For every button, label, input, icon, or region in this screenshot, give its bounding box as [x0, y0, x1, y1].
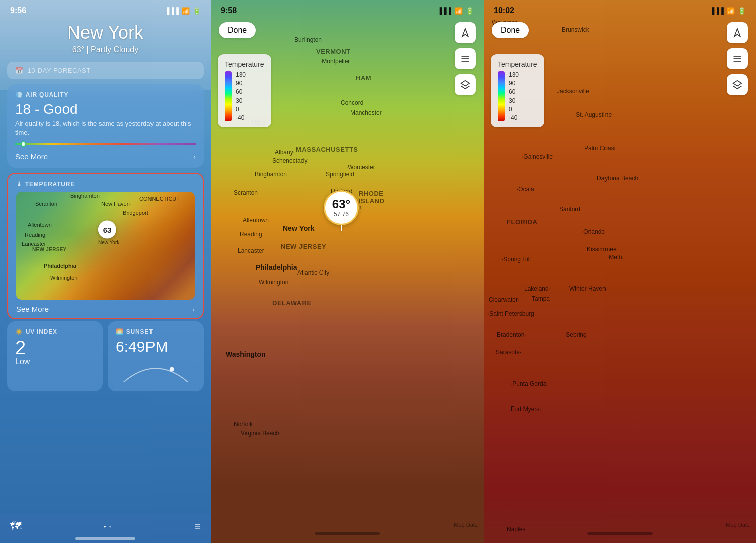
battery-icon: 🔋	[193, 7, 201, 15]
city-name: New York	[10, 22, 201, 43]
place-tampa: Tampa	[532, 295, 550, 302]
place-reading: Reading	[240, 231, 262, 238]
place-gainesville: ·Gainesville	[522, 153, 553, 160]
map3-wifi-icon: 📶	[727, 7, 735, 15]
aqi-bar-indicator	[21, 141, 26, 147]
map3-status-bar: 10:02 ▐▐▐ 📶 🔋	[484, 0, 756, 17]
layers-button[interactable]	[455, 74, 476, 95]
map3-time: 10:02	[494, 6, 514, 15]
legend-val-30: 30	[236, 97, 246, 104]
place-naples: Naples	[507, 526, 525, 533]
ny-temp-circle: 63	[98, 221, 116, 239]
done-button[interactable]: Done	[219, 22, 256, 38]
place-ocala: ·Ocala	[517, 186, 534, 193]
legend-val-60: 60	[236, 88, 246, 95]
map2-time: 9:58	[221, 6, 237, 15]
place-clearwater: Clearwater·	[489, 296, 519, 303]
map2-wifi-icon: 📶	[455, 7, 463, 15]
air-quality-value: 18 - Good	[15, 101, 196, 117]
nyc-temp-bubble: 63° 57 76	[324, 190, 359, 225]
location-button[interactable]	[455, 22, 476, 43]
home-indicator	[315, 532, 380, 535]
map3-battery-icon: 🔋	[738, 7, 746, 15]
place-ham: HAM	[356, 74, 371, 82]
place-springhill: ·Spring Hill	[502, 256, 531, 263]
place-montpelier: ·Montpelier	[320, 58, 350, 65]
chevron-right-icon: ›	[193, 153, 196, 161]
air-quality-desc: Air quality is 18, which is the same as …	[15, 119, 196, 138]
legend-val-130: 130	[236, 71, 246, 78]
temp-chevron-icon: ›	[192, 305, 195, 313]
sunset-title: 🌅 SUNSET	[116, 328, 196, 335]
place-wilmington: Wilmington	[259, 279, 288, 286]
map-label-lancaster: ·Lancaster	[20, 241, 46, 247]
nyc-pin-tail	[341, 225, 342, 231]
list-view-button[interactable]	[455, 48, 476, 69]
done-button-3[interactable]: Done	[492, 22, 529, 38]
legend-labels-3: 130 90 60 30 0 -40	[509, 71, 519, 121]
uv-label: Low	[15, 357, 95, 366]
map2-bottom-bar	[211, 532, 484, 543]
place-sebring: ·Sebring	[564, 331, 587, 338]
signal-icon: ▐▐▐	[165, 7, 179, 15]
place-burlington: Burlington	[294, 36, 322, 43]
svg-point-0	[170, 367, 174, 372]
nyc-range: 57 76	[334, 211, 349, 218]
map-data-credit: Map Data	[453, 522, 478, 528]
place-stpetersburg: ·Saint Petersburg	[488, 310, 534, 317]
place-manchester: Manchester	[350, 109, 382, 116]
place-allentown: Allentown	[243, 217, 269, 224]
air-quality-widget: 💨 AIR QUALITY 18 - Good Air quality is 1…	[7, 84, 204, 168]
legend-gradient-3	[498, 71, 505, 121]
place-scranton: Scranton	[234, 189, 258, 196]
city-weather: 63° | Partly Cloudy	[10, 45, 201, 54]
map3-status-icons: ▐▐▐ 📶 🔋	[710, 7, 746, 15]
place-daytonabeach: Daytona Beach	[597, 175, 638, 182]
place-bradenton: Bradenton·	[497, 331, 526, 338]
uv-value: 2	[15, 338, 95, 357]
temperature-widget: 🌡 TEMPERATURE CONNECTICUT ·Scranton New …	[7, 173, 204, 319]
florida-map-panel: 10:02 ▐▐▐ 📶 🔋 Done Temperature	[484, 0, 756, 543]
wifi-icon: 📶	[182, 7, 190, 15]
nyc-map-panel: 9:58 ▐▐▐ 📶 🔋 Done Temperature	[211, 0, 484, 543]
map2-battery-icon: 🔋	[466, 7, 474, 15]
legend-gradient	[225, 71, 232, 121]
bottom-widgets: ☀️ UV INDEX 2 Low 🌅 SUNSET 6:49PM	[0, 321, 211, 391]
place-massachusetts: MASSACHUSETTS	[296, 146, 358, 153]
map3-bottom-bar	[484, 532, 756, 543]
new-york-marker: 63 New York	[98, 221, 119, 245]
place-norfolk: Norfolk	[234, 421, 253, 428]
status-icons: ▐▐▐ 📶 🔋	[165, 7, 201, 15]
place-lancaster: Lancaster	[238, 247, 264, 254]
map3-signal-icon: ▐▐▐	[710, 7, 724, 15]
place-vermont: VERMONT	[316, 48, 351, 55]
layers-button-3[interactable]	[727, 74, 748, 95]
wind-icon: 💨	[15, 91, 23, 98]
legend3-val-30: 30	[509, 97, 519, 104]
air-quality-title: 💨 AIR QUALITY	[15, 91, 196, 98]
map-label-reading: ·Reading	[23, 232, 45, 238]
legend-val-0: 0	[236, 106, 246, 113]
place-binghamton: Binghamton	[255, 171, 287, 178]
map-label-bridgeport: ·Bridgeport	[121, 210, 148, 216]
map-nav-icon[interactable]: 🗺	[10, 520, 21, 533]
place-worcester: ·Worcester	[346, 164, 375, 171]
place-st-augustine: ·St. Augustine	[574, 111, 612, 118]
place-orlando: ·Orlando	[582, 228, 605, 235]
place-philadelphia: Philadelphia	[256, 263, 297, 272]
temp-see-more[interactable]: See More ›	[16, 300, 195, 318]
location-dot-icon: ●	[104, 524, 106, 529]
legend-bar: 130 90 60 30 0 -40	[225, 71, 264, 121]
sunset-time: 6:49PM	[116, 338, 196, 355]
location-button-3[interactable]	[727, 22, 748, 43]
place-lakeland: Lakeland·	[524, 285, 550, 292]
air-quality-see-more[interactable]: See More ›	[15, 150, 196, 161]
list-nav-icon[interactable]: ≡	[194, 520, 201, 533]
temperature-map[interactable]: CONNECTICUT ·Scranton New Haven· ·Bridge…	[16, 192, 195, 300]
place-florida: FLORIDA	[507, 218, 537, 226]
ny-label: New York	[98, 240, 119, 245]
legend-bar-3: 130 90 60 30 0 -40	[498, 71, 537, 121]
legend-labels: 130 90 60 30 0 -40	[236, 71, 246, 121]
nyc-pin: 63° 57 76	[324, 190, 359, 231]
list-view-button-3[interactable]	[727, 48, 748, 69]
